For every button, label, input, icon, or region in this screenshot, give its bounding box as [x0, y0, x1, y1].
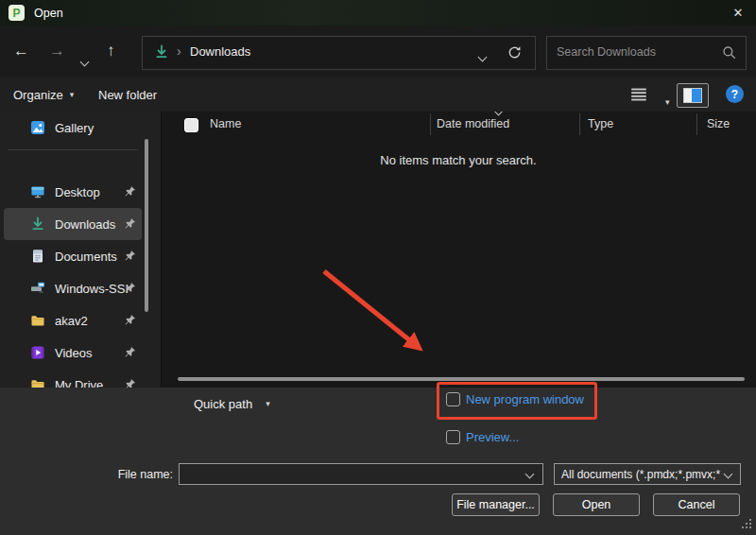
sidebar-scrollbar[interactable] — [145, 139, 148, 312]
chevron-down-icon — [80, 58, 90, 67]
new-program-window-label: New program window — [466, 392, 584, 406]
close-button[interactable]: ✕ — [720, 0, 756, 26]
pin-icon — [124, 217, 136, 233]
organize-button[interactable]: Organize ▾ — [13, 82, 74, 107]
videos-icon — [30, 345, 45, 360]
sort-indicator-icon — [494, 112, 504, 115]
file-manager-button[interactable]: File manager... — [452, 493, 540, 516]
command-bar: Organize ▾ New folder ▾ ? — [0, 78, 756, 112]
cancel-label: Cancel — [679, 498, 715, 511]
details-view-icon — [629, 86, 648, 103]
resize-grip[interactable] — [741, 518, 752, 532]
view-mode-button[interactable] — [629, 86, 648, 106]
cancel-button[interactable]: Cancel — [653, 493, 740, 516]
breadcrumb-chevron-icon: › — [177, 43, 181, 59]
pin-icon — [124, 250, 136, 265]
preview-checkbox[interactable] — [446, 430, 460, 444]
forward-button[interactable]: → — [49, 39, 65, 63]
file-type-select[interactable]: All documents (*.pmdx;*.pmvx;* — [554, 463, 741, 485]
new-program-window-option[interactable]: New program window — [446, 392, 584, 406]
file-type-value: All documents (*.pmdx;*.pmvx;* — [561, 468, 720, 481]
help-icon: ? — [731, 88, 738, 101]
file-manager-label: File manager... — [456, 498, 535, 511]
new-folder-label: New folder — [98, 88, 157, 102]
refresh-icon — [507, 45, 522, 60]
new-folder-button[interactable]: New folder — [98, 82, 157, 107]
downloads-icon — [30, 216, 45, 232]
column-header-name[interactable]: Name — [210, 117, 241, 130]
dialog-footer: Quick path ▾ New program window Preview.… — [0, 388, 756, 535]
search-input[interactable] — [547, 37, 725, 67]
select-all-checkbox[interactable] — [184, 118, 198, 132]
recent-locations-button[interactable] — [81, 48, 88, 73]
open-button[interactable]: Open — [553, 493, 640, 516]
up-button[interactable]: ↑ — [107, 39, 115, 63]
sidebar-item-downloads[interactable]: Downloads — [4, 208, 142, 240]
preview-pane-toggle[interactable] — [677, 83, 709, 108]
folder-icon — [30, 313, 45, 328]
sidebar-separator — [8, 149, 138, 150]
sidebar-item-akav2[interactable]: akav2 — [4, 304, 142, 337]
organize-label: Organize — [13, 88, 63, 102]
preview-option[interactable]: Preview... — [446, 430, 519, 444]
desktop-icon — [30, 184, 45, 199]
close-icon: ✕ — [733, 6, 744, 20]
sidebar-item-label: Desktop — [55, 185, 100, 199]
back-button[interactable]: ← — [13, 39, 29, 63]
pin-icon — [124, 346, 136, 361]
sidebar-item-desktop[interactable]: Desktop — [4, 176, 142, 208]
window-title: Open — [34, 7, 63, 20]
breadcrumb-location[interactable]: Downloads — [190, 44, 250, 59]
app-icon: P — [9, 5, 25, 21]
search-icon[interactable] — [722, 45, 736, 62]
folder-icon — [30, 377, 45, 388]
chevron-down-icon: ▾ — [266, 399, 270, 408]
quick-path-button[interactable]: Quick path ▾ — [194, 393, 270, 414]
pin-icon — [124, 378, 136, 388]
sidebar-item-label: My Drive — [55, 378, 103, 388]
sidebar-item-label: Downloads — [55, 217, 115, 232]
pin-icon — [124, 314, 136, 329]
open-dialog-window: P Open ✕ ← → ↑ › Downloads — [0, 0, 756, 535]
column-header-size[interactable]: Size — [707, 117, 730, 130]
pin-icon — [124, 185, 136, 200]
chevron-down-icon — [478, 53, 488, 62]
downloads-icon — [154, 44, 169, 62]
column-divider[interactable] — [579, 113, 580, 135]
file-browser: Gallery Desktop Downloads — [0, 112, 756, 388]
sidebar-item-windows-ssi[interactable]: Windows-SSI — [4, 272, 142, 304]
pin-icon — [124, 282, 136, 297]
navigation-bar: ← → ↑ › Downloads — [0, 26, 756, 78]
column-header-date-modified[interactable]: Date modified — [437, 117, 509, 130]
sidebar-item-videos[interactable]: Videos — [4, 337, 142, 369]
empty-list-message: No items match your search. — [269, 153, 647, 167]
new-program-window-checkbox[interactable] — [446, 392, 460, 406]
sidebar-item-my-drive[interactable]: My Drive — [4, 369, 142, 388]
sidebar-item-label: Gallery — [55, 121, 94, 135]
quick-path-label: Quick path — [194, 397, 252, 411]
file-name-input[interactable] — [179, 463, 543, 485]
search-box — [546, 36, 747, 70]
column-divider[interactable] — [430, 113, 431, 135]
sidebar-item-gallery[interactable]: Gallery — [4, 112, 142, 144]
horizontal-scrollbar[interactable] — [178, 377, 745, 381]
documents-icon — [30, 249, 45, 264]
sidebar-item-documents[interactable]: Documents — [4, 240, 142, 272]
help-button[interactable]: ? — [726, 85, 744, 103]
sidebar-item-label: Videos — [55, 346, 93, 360]
column-divider[interactable] — [696, 113, 697, 135]
view-mode-dropdown[interactable]: ▾ — [659, 94, 670, 108]
sidebar-item-label: Windows-SSI — [55, 282, 129, 296]
chevron-down-icon: ▾ — [70, 90, 75, 99]
network-drive-icon — [30, 281, 45, 296]
column-header-type[interactable]: Type — [588, 117, 613, 130]
address-bar[interactable]: › Downloads — [142, 36, 536, 70]
refresh-button[interactable] — [507, 45, 522, 62]
address-dropdown-button[interactable] — [479, 49, 486, 63]
open-label: Open — [582, 498, 611, 511]
sidebar: Gallery Desktop Downloads — [0, 112, 162, 388]
chevron-down-icon: ▾ — [665, 97, 670, 107]
preview-pane-icon — [683, 88, 702, 103]
sidebar-item-label: akav2 — [55, 314, 88, 328]
title-bar: P Open ✕ — [0, 0, 756, 26]
